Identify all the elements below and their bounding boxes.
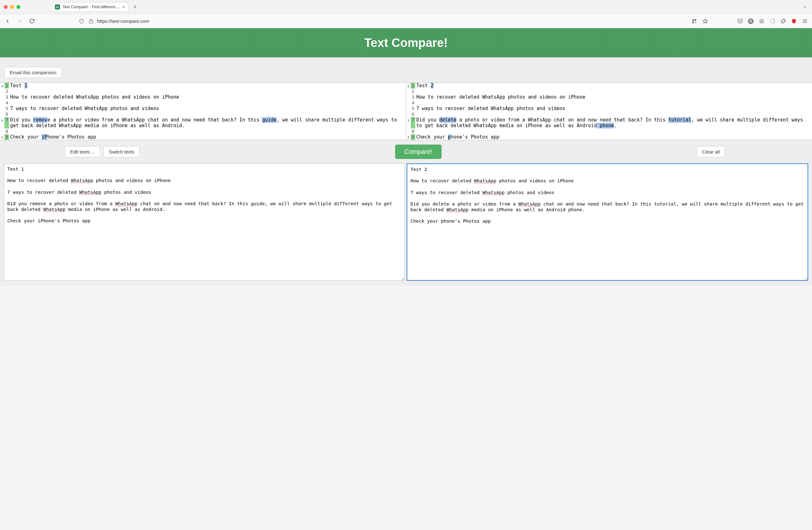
email-comparison-button[interactable]: Email this comparison — [4, 67, 62, 78]
diff-marker-empty — [0, 111, 4, 117]
svg-rect-4 — [695, 21, 695, 22]
account-icon[interactable]: A — [748, 18, 754, 24]
diff-row[interactable]: 7Did you delete a photo or video from a … — [406, 117, 812, 129]
qr-icon[interactable] — [692, 18, 697, 24]
diff-output: 1Test 123How to recover deleted WhatsApp… — [0, 83, 812, 140]
diff-marker-empty — [0, 106, 4, 111]
line-number: 5 — [4, 106, 9, 111]
diff-line-content: Test 2 — [415, 83, 812, 88]
diff-row[interactable]: 6 — [0, 111, 406, 117]
diff-marker-empty — [406, 100, 411, 106]
tab-strip: tc Text Compare! - Find differenc… × + — [0, 0, 812, 14]
diff-marker-empty — [406, 106, 411, 111]
diff-marker-empty — [0, 94, 4, 100]
clear-all-button[interactable]: Clear all — [697, 146, 725, 157]
diff-row[interactable]: 7Did you remove a photo or video from a … — [0, 117, 406, 129]
svg-rect-7 — [760, 19, 760, 20]
diff-row[interactable]: 57 ways to recover deleted WhatsApp phot… — [0, 106, 406, 111]
diff-marker-empty — [406, 88, 411, 94]
page-banner: Text Compare! — [0, 28, 812, 57]
edit-texts-button[interactable]: Edit texts ... — [65, 146, 100, 157]
line-number: 3 — [411, 94, 415, 100]
diff-line-content — [9, 129, 406, 134]
prev-diff-icon[interactable] — [406, 134, 411, 140]
diff-row[interactable]: 9Check your iPhone's Photos app — [0, 134, 406, 140]
url-text: https://text-compare.com — [97, 18, 149, 24]
diff-right-panel: 1Test 223How to recover deleted WhatsApp… — [406, 83, 812, 140]
next-diff-icon[interactable] — [0, 83, 4, 88]
tab-close-button[interactable]: × — [122, 4, 125, 10]
diff-line-content — [415, 129, 812, 134]
diff-row[interactable]: 6 — [406, 111, 812, 117]
line-number: 5 — [411, 106, 415, 111]
bookmark-star-icon[interactable] — [702, 18, 708, 24]
window-close-button[interactable] — [4, 5, 8, 9]
hamburger-menu-icon[interactable] — [802, 18, 808, 24]
diff-row[interactable]: 3How to recover deleted WhatsApp photos … — [0, 94, 406, 100]
svg-rect-5 — [696, 23, 696, 23]
prev-diff-icon[interactable] — [0, 134, 4, 140]
lock-icon[interactable] — [88, 18, 94, 24]
next-diff-icon[interactable] — [0, 117, 4, 129]
window-minimize-button[interactable] — [10, 5, 14, 9]
svg-rect-9 — [763, 19, 764, 20]
diff-row[interactable]: 1Test 1 — [0, 83, 406, 88]
diff-line-content — [415, 111, 812, 117]
svg-rect-8 — [761, 19, 762, 20]
diff-line-content — [415, 88, 812, 94]
line-number: 8 — [4, 129, 9, 134]
line-number: 7 — [411, 117, 415, 129]
browser-tab[interactable]: tc Text Compare! - Find differenc… × — [52, 2, 129, 12]
left-textarea[interactable]: Test 1How to recover deleted WhatsApp ph… — [4, 163, 405, 281]
sync-icon[interactable] — [769, 18, 775, 24]
textareas-row: Test 1How to recover deleted WhatsApp ph… — [0, 163, 812, 286]
extensions-icon[interactable] — [780, 18, 786, 24]
line-number: 9 — [411, 134, 415, 140]
next-diff-icon[interactable] — [406, 83, 411, 88]
tabs-dropdown-button[interactable] — [801, 3, 808, 11]
diff-row[interactable]: 3How to recover deleted WhatsApp photos … — [406, 94, 812, 100]
browser-chrome: tc Text Compare! - Find differenc… × + — [0, 0, 812, 28]
line-number: 8 — [411, 129, 415, 134]
line-number: 4 — [4, 100, 9, 106]
url-bar[interactable]: https://text-compare.com — [41, 18, 686, 24]
adblock-shield-icon[interactable] — [791, 18, 797, 24]
line-number: 6 — [4, 111, 9, 117]
diff-marker-empty — [0, 100, 4, 106]
back-button[interactable] — [4, 18, 11, 25]
diff-row[interactable]: 1Test 2 — [406, 83, 812, 88]
shield-icon[interactable] — [79, 18, 84, 24]
compare-button[interactable]: Compare! — [395, 145, 441, 159]
diff-marker-empty — [0, 129, 4, 134]
pocket-icon[interactable] — [737, 18, 743, 24]
diff-row[interactable]: 2 — [406, 88, 812, 94]
line-number: 3 — [4, 94, 9, 100]
switch-texts-button[interactable]: Switch texts — [103, 146, 140, 157]
svg-rect-2 — [695, 19, 696, 21]
diff-row[interactable]: 8 — [0, 129, 406, 134]
line-number: 6 — [411, 111, 415, 117]
svg-rect-13 — [760, 22, 760, 23]
diff-line-content — [415, 100, 812, 106]
reload-button[interactable] — [29, 18, 35, 25]
line-number: 2 — [411, 88, 415, 94]
diff-row[interactable]: 4 — [406, 100, 812, 106]
line-number: 9 — [4, 134, 9, 140]
right-textarea[interactable]: Test 2How to recover deleted WhatsApp ph… — [407, 163, 808, 281]
next-diff-icon[interactable] — [406, 117, 411, 129]
diff-left-panel: 1Test 123How to recover deleted WhatsApp… — [0, 83, 406, 140]
window-maximize-button[interactable] — [16, 5, 20, 9]
forward-button[interactable] — [16, 18, 23, 25]
diff-row[interactable]: 2 — [0, 88, 406, 94]
diff-row[interactable]: 4 — [0, 100, 406, 106]
new-tab-button[interactable]: + — [131, 2, 140, 12]
diff-line-content: 7 ways to recover deleted WhatsApp photo… — [415, 106, 812, 111]
diff-marker-empty — [0, 88, 4, 94]
apps-grid-icon[interactable] — [759, 18, 765, 24]
diff-row[interactable]: 8 — [406, 129, 812, 134]
svg-rect-12 — [763, 20, 764, 21]
line-number: 1 — [411, 83, 415, 88]
diff-row[interactable]: 57 ways to recover deleted WhatsApp phot… — [406, 106, 812, 111]
diff-row[interactable]: 9Check your phone's Photos app — [406, 134, 812, 140]
diff-line-content — [9, 111, 406, 117]
